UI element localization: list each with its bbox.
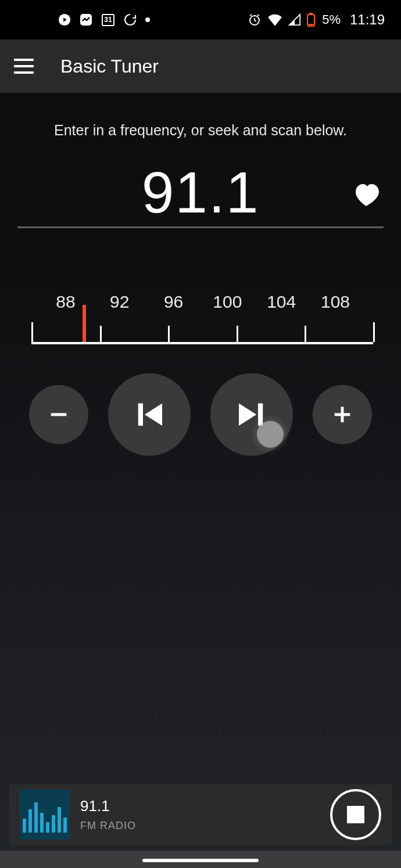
dial-label: 96 (153, 292, 194, 312)
status-left: 31 (58, 13, 150, 27)
calendar-day: 31 (101, 16, 115, 24)
signal-icon (288, 13, 301, 26)
dial-label: 100 (207, 292, 248, 312)
svg-rect-7 (51, 413, 67, 416)
now-playing-art (20, 790, 70, 840)
stop-icon (347, 806, 364, 823)
hint-text: Enter in a frequency, or seek and scan b… (17, 122, 384, 139)
dial-needle[interactable] (83, 305, 86, 342)
app-bar: Basic Tuner (0, 39, 401, 93)
heart-icon (352, 182, 380, 207)
now-playing-bar[interactable]: 91.1 FM RADIO (9, 784, 392, 845)
dial-label: 92 (99, 292, 140, 312)
svg-rect-9 (258, 404, 263, 426)
battery-low-icon (307, 13, 315, 27)
wifi-icon (267, 13, 282, 26)
step-down-button[interactable] (29, 385, 88, 444)
frequency-dial[interactable]: 88 92 96 100 104 108 (15, 292, 386, 344)
seek-prev-button[interactable] (108, 373, 191, 456)
status-clock: 11:19 (350, 12, 385, 28)
now-playing-subtitle: FM RADIO (80, 820, 136, 832)
step-up-button[interactable] (313, 385, 372, 444)
equalizer-icon (23, 819, 26, 833)
now-playing-meta: 91.1 FM RADIO (80, 797, 136, 832)
plus-icon (331, 403, 354, 426)
now-playing-title: 91.1 (80, 797, 136, 815)
gesture-handle[interactable] (142, 859, 259, 862)
svg-rect-5 (309, 13, 313, 15)
frequency-field[interactable]: 91.1 (17, 162, 384, 228)
play-circle-icon (58, 13, 71, 26)
favorite-button[interactable] (352, 182, 380, 207)
dial-label: 108 (315, 292, 356, 312)
svg-rect-11 (341, 407, 344, 423)
rotate-icon (123, 13, 137, 27)
dial-label: 88 (45, 292, 86, 312)
dial-axis (31, 325, 373, 344)
messenger-icon (79, 13, 93, 27)
svg-rect-8 (138, 404, 143, 426)
dial-label: 104 (261, 292, 302, 312)
seek-next-button[interactable] (210, 373, 293, 456)
tuner-controls (17, 368, 384, 456)
skip-previous-icon (130, 395, 169, 434)
hamburger-icon (14, 59, 34, 61)
app-title: Basic Tuner (60, 56, 159, 77)
status-bar: 31 5% 11:19 (0, 0, 401, 39)
alarm-icon (248, 13, 262, 27)
main-content: Enter in a frequency, or seek and scan b… (0, 93, 401, 456)
svg-rect-6 (309, 24, 313, 26)
stop-button[interactable] (330, 789, 381, 840)
frequency-value[interactable]: 91.1 (142, 162, 260, 223)
minus-icon (47, 403, 70, 426)
touch-ripple (257, 421, 284, 448)
status-right: 5% 11:19 (248, 12, 385, 28)
dot-icon (145, 17, 150, 22)
menu-button[interactable] (14, 55, 37, 78)
battery-percent: 5% (322, 12, 341, 27)
dial-labels: 88 92 96 100 104 108 (15, 292, 386, 312)
calendar-icon: 31 (101, 13, 115, 27)
